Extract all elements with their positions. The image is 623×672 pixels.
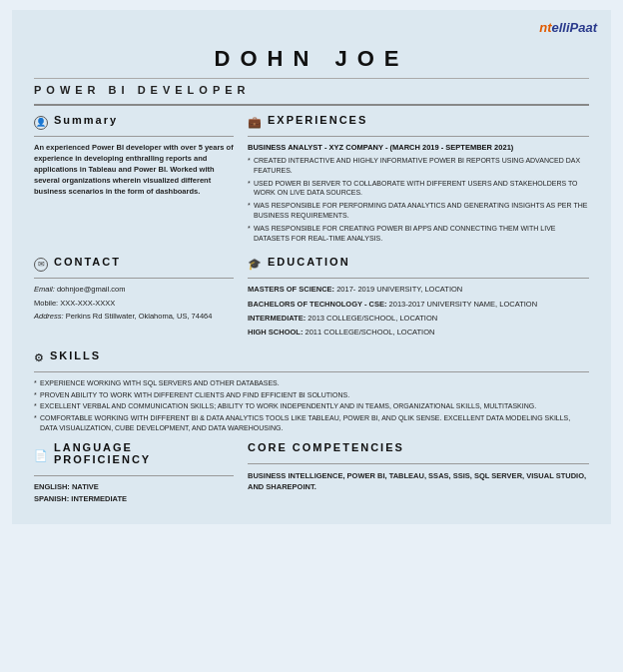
email-value: dohnjoe@gmail.com (57, 285, 125, 294)
exp-bullet-3: WAS RESPONSIBLE FOR PERFORMING DATA ANAL… (248, 201, 589, 221)
lang-item-1: ENGLISH: NATIVE (34, 482, 234, 491)
contact-header: ✉ CONTACT (34, 256, 234, 273)
address-value: Perkins Rd Stillwater, Oklahoma, US, 744… (66, 312, 213, 321)
competency-text: BUSINESS INTELLIGENCE, POWER BI, TABLEAU… (248, 470, 589, 493)
summary-title: Summary (54, 114, 118, 126)
exp-header: 💼 EXPERIENCES (248, 114, 589, 131)
contact-icon: ✉ (34, 258, 48, 272)
right-col: 💼 EXPERIENCES BUSINESS ANALYST - XYZ COM… (248, 114, 589, 246)
logo: ntelliPaat (539, 20, 597, 35)
edu-col: 🎓 EDUCATION MASTERS OF SCIENCE: 2017- 20… (248, 256, 589, 341)
resume-card: ntelliPaat DOHN JOE POWER BI DEVELOPER 👤… (12, 10, 611, 524)
edu-title: EDUCATION (268, 256, 350, 268)
name-divider (34, 78, 589, 79)
competency-header: CORE COMPETENCIES (248, 441, 589, 458)
edu-details-4: 2011 COLLEGE/SCHOOL, LOCATION (306, 328, 435, 336)
email-label: Email: (34, 285, 55, 294)
edu-entry-4: HIGH SCHOOL: 2011 COLLEGE/SCHOOL, LOCATI… (248, 328, 589, 337)
competency-col: CORE COMPETENCIES BUSINESS INTELLIGENCE,… (248, 441, 589, 506)
exp-bullet-2: USED POWER BI SERVER TO COLLABORATE WITH… (248, 179, 589, 199)
competency-divider (248, 463, 589, 464)
exp-bullet-1: CREATED INTERACTIVE AND HIGHLY INFORMATI… (248, 156, 589, 176)
competency-title: CORE COMPETENCIES (248, 441, 404, 453)
left-col: 👤 Summary An experienced Power BI develo… (34, 114, 234, 246)
skills-title: SKILLS (50, 349, 101, 361)
contact-mobile: Mobile: XXX-XXX-XXXX (34, 299, 234, 310)
edu-details-2: 2013-2017 UNIVERSITY NAME, LOCATION (389, 300, 538, 309)
edu-header: 🎓 EDUCATION (248, 256, 589, 273)
lang-title: LANGUAGE PROFICIENCY (54, 441, 234, 465)
summary-divider (34, 136, 234, 137)
logo-ellipaat: elliPaat (551, 20, 597, 35)
top-two-col: 👤 Summary An experienced Power BI develo… (34, 114, 589, 246)
mobile-value: XXX-XXX-XXXX (60, 299, 115, 308)
summary-icon: 👤 (34, 116, 48, 130)
edu-entry-1: MASTERS OF SCIENCE: 2017- 2019 UNIVERSIT… (248, 285, 589, 295)
edu-degree-1: MASTERS OF SCIENCE: (248, 285, 334, 294)
edu-entry-3: INTERMEDIATE: 2013 COLLEGE/SCHOOL, LOCAT… (248, 314, 589, 324)
mobile-label: Mobile: (34, 299, 58, 308)
edu-degree-2: BACHELORS OF TECHNOLOGY - CSE: (248, 300, 386, 309)
contact-title: CONTACT (54, 256, 121, 268)
contact-address: Address: Perkins Rd Stillwater, Oklahoma… (34, 312, 234, 323)
briefcase-icon: 💼 (248, 116, 262, 129)
logo-nt: nt (539, 20, 551, 35)
lang-item-2: SPANISH: INTERMEDIATE (34, 494, 234, 503)
skill-bullet-2: PROVEN ABILITY TO WORK WITH DIFFERENT CL… (34, 390, 589, 400)
exp-title: EXPERIENCES (268, 114, 367, 126)
name-section: DOHN JOE (34, 46, 589, 72)
skill-bullet-4: COMFORTABLE WORKING WITH DIFFERENT BI & … (34, 413, 589, 433)
bottom-two-col: 📄 LANGUAGE PROFICIENCY ENGLISH: NATIVE S… (34, 441, 589, 506)
edu-degree-3: INTERMEDIATE: (248, 314, 306, 323)
doc-icon: 📄 (34, 449, 48, 462)
job-title: POWER BI DEVELOPER (34, 84, 589, 96)
exp-bullet-4: WAS RESPONSIBLE FOR CREATING POWER BI AP… (248, 224, 589, 244)
summary-header: 👤 Summary (34, 114, 234, 131)
skill-bullet-1: EXPERIENCE WORKING WITH SQL SERVERS AND … (34, 378, 589, 388)
graduation-icon: 🎓 (248, 258, 262, 271)
contact-divider (34, 278, 234, 279)
edu-details-3: 2013 COLLEGE/SCHOOL, LOCATION (308, 314, 437, 323)
mid-two-col: ✉ CONTACT Email: dohnjoe@gmail.com Mobil… (34, 256, 589, 341)
exp-divider (248, 136, 589, 137)
gear-icon: ⚙ (34, 351, 44, 364)
edu-degree-4: HIGH SCHOOL: (248, 328, 303, 336)
edu-details-1: 2017- 2019 UNIVERSITY, LOCATION (336, 285, 462, 294)
lang-header: 📄 LANGUAGE PROFICIENCY (34, 441, 234, 470)
candidate-name: DOHN JOE (34, 46, 589, 72)
skills-header: ⚙ SKILLS (34, 349, 589, 366)
skills-divider (34, 371, 589, 372)
summary-text: An experienced Power BI developer with o… (34, 143, 234, 197)
skill-bullet-3: EXCELLENT VERBAL AND COMMUNICATION SKILL… (34, 401, 589, 411)
address-label: Address: (34, 312, 64, 321)
contact-email: Email: dohnjoe@gmail.com (34, 285, 234, 296)
lang-divider (34, 475, 234, 476)
edu-entry-2: BACHELORS OF TECHNOLOGY - CSE: 2013-2017… (248, 300, 589, 310)
edu-divider (248, 278, 589, 279)
lang-col: 📄 LANGUAGE PROFICIENCY ENGLISH: NATIVE S… (34, 441, 234, 506)
exp-company: BUSINESS ANALYST - XYZ COMPANY - (MARCH … (248, 143, 589, 152)
title-divider (34, 104, 589, 106)
skills-section: ⚙ SKILLS EXPERIENCE WORKING WITH SQL SER… (34, 349, 589, 433)
contact-col: ✉ CONTACT Email: dohnjoe@gmail.com Mobil… (34, 256, 234, 341)
